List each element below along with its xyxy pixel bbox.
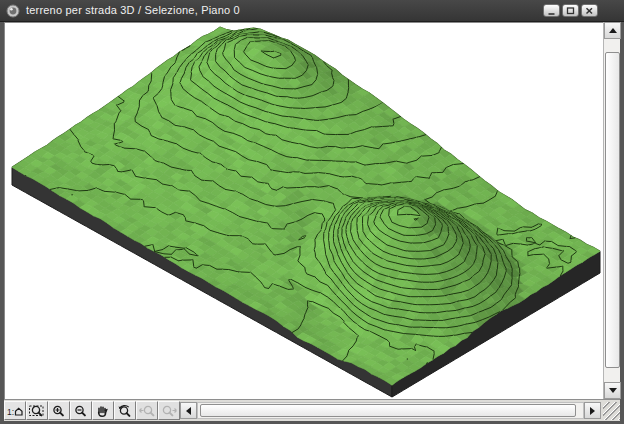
view-3d-canvas[interactable] xyxy=(4,22,603,399)
next-zoom-button xyxy=(158,401,180,420)
scroll-left-icon xyxy=(186,407,191,415)
vertical-scrollbar-thumb[interactable] xyxy=(605,52,620,368)
orbit-icon xyxy=(116,404,134,418)
title-bar[interactable]: terreno per strada 3D / Selezione, Piano… xyxy=(0,0,624,22)
orbit-button[interactable] xyxy=(114,401,136,420)
zoom-out-button[interactable] xyxy=(70,401,92,420)
svg-text:1:: 1: xyxy=(7,406,14,416)
bottom-bar: 1: xyxy=(4,399,620,421)
horizontal-scrollbar[interactable] xyxy=(197,402,584,419)
terrain-3d-model xyxy=(4,22,603,399)
pan-button[interactable] xyxy=(92,401,114,420)
fit-in-window-button[interactable] xyxy=(26,401,48,420)
next-zoom-icon xyxy=(160,404,178,418)
pan-icon xyxy=(94,404,112,418)
scroll-up-icon xyxy=(609,28,617,33)
previous-zoom-button xyxy=(136,401,158,420)
app-window: terreno per strada 3D / Selezione, Piano… xyxy=(0,0,624,424)
window-controls xyxy=(543,4,598,17)
zoom-out-icon xyxy=(72,404,90,418)
close-button[interactable] xyxy=(581,4,598,17)
zoom-toolbar: 1: xyxy=(4,401,180,420)
scale-icon: 1: xyxy=(6,404,24,418)
scroll-down-button[interactable] xyxy=(604,382,621,399)
window-icon xyxy=(6,4,20,18)
scroll-up-button[interactable] xyxy=(604,22,621,39)
fit-in-window-icon xyxy=(28,404,46,418)
close-icon xyxy=(584,6,595,16)
vertical-scrollbar[interactable] xyxy=(603,22,620,399)
maximize-button[interactable] xyxy=(562,4,579,17)
scale-button[interactable]: 1: xyxy=(4,401,26,420)
minimize-icon xyxy=(546,6,557,16)
scroll-right-icon xyxy=(590,407,595,415)
window-title: terreno per strada 3D / Selezione, Piano… xyxy=(26,0,240,21)
zoom-in-icon xyxy=(50,404,68,418)
previous-zoom-icon xyxy=(138,404,156,418)
scroll-left-button[interactable] xyxy=(180,402,197,419)
minimize-button[interactable] xyxy=(543,4,560,17)
zoom-in-button[interactable] xyxy=(48,401,70,420)
resize-grip[interactable] xyxy=(603,402,620,420)
maximize-icon xyxy=(565,6,576,16)
horizontal-scrollbar-thumb[interactable] xyxy=(200,404,576,417)
scroll-right-button[interactable] xyxy=(584,402,601,419)
scroll-down-icon xyxy=(609,388,617,393)
